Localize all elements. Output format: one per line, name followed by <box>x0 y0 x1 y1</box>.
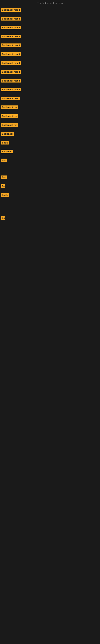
bottleneck-row-11: Bottleneck resul <box>0 94 100 103</box>
bottleneck-badge-10[interactable]: Bottleneck result <box>1 88 21 91</box>
bottleneck-badge-11[interactable]: Bottleneck resul <box>1 96 20 100</box>
bottleneck-badge-8[interactable]: Bottleneck result <box>1 70 21 74</box>
bottleneck-row-25 <box>0 222 100 236</box>
bottleneck-row-7: Bottleneck result <box>0 58 100 68</box>
bottleneck-badge-22[interactable]: Bottle <box>1 193 9 197</box>
bottleneck-badge-5[interactable]: Bottleneck result <box>1 44 21 47</box>
bottleneck-badge-1[interactable]: Bottleneck result <box>1 8 21 12</box>
bottleneck-row-4: Bottleneck result <box>0 32 100 41</box>
bottleneck-row-19 <box>0 165 100 173</box>
bottleneck-badge-6[interactable]: Bottleneck result <box>1 52 21 56</box>
bottleneck-badge-14[interactable]: Bottleneck res <box>1 123 18 127</box>
bottleneck-badge-18[interactable]: Bot <box>1 158 7 162</box>
bottleneck-row-3: Bottleneck result <box>0 23 100 32</box>
bottleneck-badge-24[interactable]: Bo <box>1 216 5 220</box>
bottleneck-row-15: Bottleneck <box>0 130 100 138</box>
bottleneck-row-27 <box>0 250 100 265</box>
bottleneck-badge-7[interactable]: Bottleneck result <box>1 61 21 65</box>
bottleneck-row-18: Bot <box>0 156 100 165</box>
bottleneck-badge-17[interactable]: Bottlenec <box>1 150 13 153</box>
bottleneck-badge-2[interactable]: Bottleneck result <box>1 17 21 20</box>
bottleneck-row-20: Bott <box>0 173 100 182</box>
bottleneck-row-16: Bottle <box>0 138 100 147</box>
bottleneck-badge-21[interactable]: Bo <box>1 184 5 188</box>
bottleneck-badge-4[interactable]: Bottleneck result <box>1 34 21 38</box>
bottleneck-row-21: Bo <box>0 182 100 190</box>
bottleneck-row-26 <box>0 236 100 250</box>
site-title: TheBottlenecker.com <box>0 0 100 6</box>
bottleneck-badge-13[interactable]: Bottleneck res <box>1 114 18 118</box>
bottleneck-row-23 <box>0 200 100 214</box>
bottleneck-row-9: Bottleneck result <box>0 76 100 85</box>
bottleneck-badge-15[interactable]: Bottleneck <box>1 132 14 136</box>
vertical-bar-19 <box>1 166 2 171</box>
bottleneck-badge-20[interactable]: Bott <box>1 176 7 179</box>
bottleneck-row-8: Bottleneck result <box>0 68 100 76</box>
bottleneck-row-14: Bottleneck res <box>0 120 100 130</box>
bottleneck-row-1: Bottleneck result <box>0 6 100 14</box>
bottleneck-row-29 <box>0 279 100 293</box>
bottleneck-row-22: Bottle <box>0 190 100 200</box>
bottleneck-row-24: Bo <box>0 214 100 222</box>
vertical-bar-30 <box>1 294 2 299</box>
bottleneck-badge-16[interactable]: Bottle <box>1 141 9 144</box>
bottleneck-row-28 <box>0 265 100 279</box>
bottleneck-row-2: Bottleneck result <box>0 14 100 23</box>
bottleneck-badge-9[interactable]: Bottleneck result <box>1 79 21 82</box>
bottleneck-row-12: Bottleneck res <box>0 103 100 112</box>
bottleneck-row-6: Bottleneck result <box>0 50 100 58</box>
bottleneck-badge-12[interactable]: Bottleneck res <box>1 106 18 109</box>
bottleneck-row-17: Bottlenec <box>0 147 100 156</box>
bottleneck-row-5: Bottleneck result <box>0 41 100 50</box>
bottleneck-row-30 <box>0 293 100 301</box>
bottleneck-badge-3[interactable]: Bottleneck result <box>1 26 21 30</box>
bottleneck-row-10: Bottleneck result <box>0 85 100 94</box>
bottleneck-row-13: Bottleneck res <box>0 112 100 120</box>
